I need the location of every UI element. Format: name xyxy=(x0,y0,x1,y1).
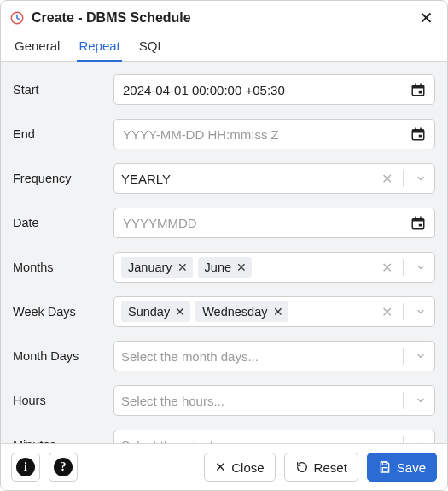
tab-sql[interactable]: SQL xyxy=(137,33,166,62)
close-icon: ✕ xyxy=(215,459,226,475)
label-months: Months xyxy=(13,260,113,274)
svg-rect-12 xyxy=(412,219,424,222)
row-weekdays: Week Days Sunday ✕ Wednesday ✕ ✕ xyxy=(13,296,435,327)
chip-remove-icon[interactable]: ✕ xyxy=(175,305,185,319)
weekdays-chips: Sunday ✕ Wednesday ✕ xyxy=(121,300,376,324)
chevron-down-icon[interactable] xyxy=(412,351,431,361)
row-end: End YYYY-MM-DD HH:mm:ss Z xyxy=(13,119,435,149)
label-start: Start xyxy=(13,83,113,96)
date-placeholder: YYYYMMDD xyxy=(123,216,409,231)
chip-label: Wednesday xyxy=(202,305,267,319)
svg-rect-8 xyxy=(415,128,416,132)
save-label: Save xyxy=(397,460,426,475)
label-date: Date xyxy=(13,216,113,230)
row-monthdays: Month Days Select the month days... xyxy=(13,341,435,371)
row-start: Start 2024-04-01 00:00:00 +05:30 xyxy=(13,74,435,105)
close-icon[interactable]: ✕ xyxy=(416,8,437,28)
weekdays-select[interactable]: Sunday ✕ Wednesday ✕ ✕ xyxy=(113,296,435,327)
chip-weekday: Sunday ✕ xyxy=(121,301,190,322)
svg-rect-5 xyxy=(419,91,422,94)
months-chips: January ✕ June ✕ xyxy=(121,255,376,279)
tab-repeat[interactable]: Repeat xyxy=(77,33,121,62)
frequency-value: YEARLY xyxy=(121,170,376,188)
label-monthdays: Month Days xyxy=(13,349,113,363)
calendar-icon[interactable] xyxy=(409,215,428,231)
clear-icon[interactable]: ✕ xyxy=(380,171,394,187)
chip-label: January xyxy=(128,260,172,274)
label-frequency: Frequency xyxy=(13,172,113,185)
hours-select[interactable]: Select the hours... xyxy=(113,385,435,416)
chip-remove-icon[interactable]: ✕ xyxy=(273,305,283,319)
svg-rect-16 xyxy=(382,462,387,465)
label-end: End xyxy=(13,127,113,141)
chip-label: June xyxy=(205,260,231,274)
hours-placeholder: Select the hours... xyxy=(121,392,394,410)
clock-icon xyxy=(9,10,25,26)
help-icon: ? xyxy=(54,458,73,476)
end-input[interactable]: YYYY-MM-DD HH:mm:ss Z xyxy=(113,119,435,149)
close-label: Close xyxy=(231,460,264,475)
start-value: 2024-04-01 00:00:00 +05:30 xyxy=(123,83,409,97)
calendar-icon[interactable] xyxy=(409,82,428,97)
monthdays-placeholder: Select the month days... xyxy=(121,348,394,365)
date-input[interactable]: YYYYMMDD xyxy=(113,208,435,238)
save-button[interactable]: Save xyxy=(367,453,437,482)
label-hours: Hours xyxy=(13,394,113,407)
clear-icon[interactable]: ✕ xyxy=(380,260,394,276)
svg-rect-4 xyxy=(420,84,422,87)
chevron-down-icon[interactable] xyxy=(412,307,431,317)
chip-remove-icon[interactable]: ✕ xyxy=(236,260,247,274)
tabs: General Repeat SQL xyxy=(1,33,447,62)
minutes-select[interactable]: Select the minutes... xyxy=(113,430,435,443)
svg-rect-10 xyxy=(419,135,422,138)
minutes-placeholder: Select the minutes... xyxy=(121,436,394,444)
chevron-down-icon[interactable] xyxy=(412,173,431,184)
titlebar: Create - DBMS Schedule ✕ xyxy=(1,1,447,33)
end-placeholder: YYYY-MM-DD HH:mm:ss Z xyxy=(123,127,409,142)
dialog: Create - DBMS Schedule ✕ General Repeat … xyxy=(0,0,448,491)
row-hours: Hours Select the hours... xyxy=(13,385,435,416)
start-input[interactable]: 2024-04-01 00:00:00 +05:30 xyxy=(113,74,435,105)
help-button[interactable]: ? xyxy=(49,453,78,482)
save-icon xyxy=(378,460,392,474)
chevron-down-icon[interactable] xyxy=(412,262,431,272)
footer: i ? ✕ Close Reset Save xyxy=(1,443,447,490)
svg-rect-17 xyxy=(382,468,387,471)
reset-button[interactable]: Reset xyxy=(284,453,358,482)
label-weekdays: Week Days xyxy=(13,305,113,319)
row-minutes: Minutes Select the minutes... xyxy=(13,430,435,443)
chip-weekday: Wednesday ✕ xyxy=(195,301,288,322)
svg-rect-7 xyxy=(412,130,424,133)
svg-rect-14 xyxy=(420,217,422,220)
reset-label: Reset xyxy=(314,460,347,475)
frequency-select[interactable]: YEARLY ✕ xyxy=(113,163,435,194)
row-frequency: Frequency YEARLY ✕ xyxy=(13,163,435,194)
months-select[interactable]: January ✕ June ✕ ✕ xyxy=(113,252,435,283)
info-button[interactable]: i xyxy=(11,453,40,482)
clear-icon[interactable]: ✕ xyxy=(380,304,394,320)
chip-remove-icon[interactable]: ✕ xyxy=(177,260,188,274)
calendar-icon[interactable] xyxy=(409,126,428,142)
info-icon: i xyxy=(16,458,35,476)
form-area: Start 2024-04-01 00:00:00 +05:30 End YYY… xyxy=(1,62,447,443)
chip-month: January ✕ xyxy=(121,257,193,278)
row-months: Months January ✕ June ✕ ✕ xyxy=(13,252,435,283)
svg-rect-15 xyxy=(419,224,422,227)
close-button[interactable]: ✕ Close xyxy=(204,453,275,482)
chip-label: Sunday xyxy=(128,305,170,319)
svg-rect-2 xyxy=(412,85,424,89)
svg-rect-3 xyxy=(415,84,416,87)
row-date: Date YYYYMMDD xyxy=(13,208,435,238)
reset-icon xyxy=(295,460,309,474)
svg-rect-13 xyxy=(415,217,416,220)
chevron-down-icon[interactable] xyxy=(412,395,431,406)
tab-general[interactable]: General xyxy=(13,33,61,62)
monthdays-select[interactable]: Select the month days... xyxy=(113,341,435,371)
dialog-title: Create - DBMS Schedule xyxy=(32,10,409,26)
chip-month: June ✕ xyxy=(198,257,252,278)
svg-rect-9 xyxy=(420,128,422,132)
